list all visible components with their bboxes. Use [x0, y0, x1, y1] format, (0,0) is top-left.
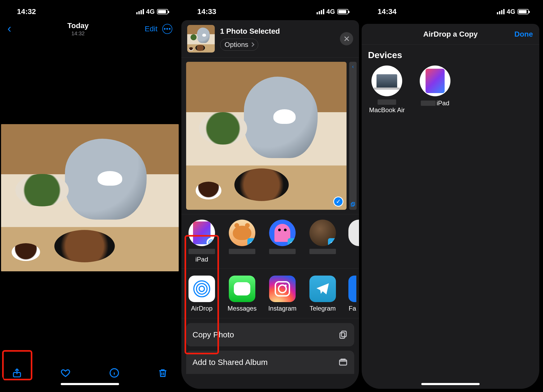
- section-devices: Devices: [362, 45, 539, 66]
- redacted-name: [421, 101, 436, 106]
- status-bar: 14:32 4G: [1, 1, 179, 20]
- action-add-shared-album[interactable]: Add to Shared Album: [186, 351, 354, 374]
- messages-icon: [229, 276, 255, 302]
- selected-thumbnail[interactable]: [187, 25, 215, 53]
- sheet-title: AirDrop a Copy: [423, 30, 478, 38]
- network-type: 4G: [146, 8, 155, 15]
- avatar: [309, 220, 336, 246]
- copy-icon: [338, 330, 348, 339]
- svg-rect-3: [352, 202, 355, 206]
- signal-icon: [497, 9, 505, 14]
- app-instagram[interactable]: Instagram: [268, 276, 297, 312]
- photo-large-preview[interactable]: ✓: [186, 62, 347, 210]
- ipad-avatar: [189, 220, 215, 246]
- action-label: Add to Shared Album: [192, 358, 268, 367]
- share-sheet: 1 Photo Selected Options ✕ ✓ ‹: [181, 20, 359, 389]
- facebook-icon: [348, 276, 356, 302]
- status-time: 14:32: [17, 7, 36, 16]
- airdrop-sheet: AirDrop a Copy Done Devices MacBook Air …: [362, 24, 539, 389]
- redacted-name: [309, 249, 336, 254]
- status-time: 14:34: [378, 7, 397, 16]
- more-button[interactable]: •••: [162, 24, 172, 34]
- favorite-button[interactable]: [59, 367, 72, 379]
- ipad-icon: [420, 66, 450, 96]
- avatar: [229, 220, 255, 246]
- nav-bar: ‹ Today 14:32 Edit •••: [1, 20, 179, 38]
- device-label: MacBook Air: [369, 106, 405, 114]
- signal-icon: [136, 9, 144, 14]
- redacted-name: [189, 249, 215, 254]
- contact-telegram-1[interactable]: [227, 220, 257, 263]
- options-label: Options: [225, 41, 248, 49]
- avatar: [348, 220, 359, 246]
- telegram-icon: [309, 276, 336, 302]
- battery-icon: [518, 9, 529, 14]
- status-time: 14:33: [197, 7, 216, 16]
- contact-ipad[interactable]: iPad: [187, 220, 216, 263]
- action-copy-photo[interactable]: Copy Photo: [186, 323, 354, 346]
- redacted-name: [229, 249, 255, 254]
- home-indicator[interactable]: [61, 383, 119, 385]
- share-apps-row: AirDrop Messages Instagram Telegram Fa: [181, 269, 359, 318]
- airdrop-icon: [189, 276, 215, 302]
- selected-check-icon: ✓: [333, 197, 343, 207]
- share-contacts-row: iPad: [181, 214, 359, 269]
- info-button[interactable]: [108, 367, 121, 379]
- nav-subtitle-text: 14:32: [11, 31, 145, 37]
- network-type: 4G: [326, 8, 335, 15]
- app-telegram[interactable]: Telegram: [308, 276, 337, 312]
- next-photo-sliver[interactable]: ‹: [349, 62, 357, 210]
- app-label: Telegram: [310, 305, 336, 312]
- network-type: 4G: [507, 8, 515, 15]
- contact-telegram-2[interactable]: [268, 220, 297, 263]
- photo-preview[interactable]: [1, 124, 179, 271]
- home-indicator[interactable]: [421, 383, 480, 385]
- svg-rect-4: [340, 333, 345, 338]
- redacted-name: [378, 99, 396, 105]
- app-label: AirDrop: [191, 305, 212, 312]
- svg-rect-2: [351, 203, 354, 206]
- device-macbook-air[interactable]: MacBook Air: [369, 66, 405, 114]
- nav-title: Today 14:32: [11, 21, 145, 37]
- action-label: Copy Photo: [192, 330, 234, 339]
- telegram-badge-icon: [288, 238, 296, 246]
- screen-airdrop-devices: 14:34 4G AirDrop a Copy Done Devices Mac…: [362, 1, 539, 389]
- contact-more[interactable]: [348, 220, 359, 263]
- share-button[interactable]: [11, 367, 23, 379]
- contact-telegram-3[interactable]: [308, 220, 337, 263]
- album-icon: [338, 358, 348, 367]
- selection-title: 1 Photo Selected: [220, 27, 335, 36]
- macbook-icon: [371, 66, 402, 96]
- battery-icon: [157, 9, 168, 14]
- options-button[interactable]: Options: [220, 39, 258, 51]
- screen-photos-viewer: 14:32 4G ‹ Today 14:32 Edit •••: [1, 1, 179, 389]
- telegram-badge-icon: [328, 238, 336, 246]
- avatar: [269, 220, 296, 246]
- nav-title-text: Today: [11, 21, 145, 30]
- app-label: Fa: [349, 305, 356, 312]
- close-button[interactable]: ✕: [340, 32, 353, 45]
- screen-share-sheet: 14:33 4G 1 Photo Selected Options: [181, 1, 359, 389]
- status-bar: 14:33 4G: [181, 1, 359, 20]
- app-messages[interactable]: Messages: [227, 276, 257, 312]
- delete-button[interactable]: [156, 367, 169, 379]
- device-label: iPad: [437, 99, 449, 107]
- svg-rect-5: [341, 331, 346, 337]
- back-button[interactable]: ‹: [7, 22, 11, 35]
- done-button[interactable]: Done: [514, 30, 533, 38]
- chevron-right-icon: [250, 42, 254, 47]
- device-ipad[interactable]: iPad: [420, 66, 450, 114]
- app-label: Instagram: [268, 305, 297, 312]
- app-airdrop[interactable]: AirDrop: [187, 276, 216, 312]
- app-label: Messages: [227, 305, 256, 312]
- instagram-icon: [269, 276, 296, 302]
- app-facebook[interactable]: Fa: [348, 276, 356, 312]
- status-bar: 14:34 4G: [362, 1, 539, 20]
- telegram-badge-icon: [247, 238, 255, 246]
- airdrop-badge-icon: [207, 238, 215, 246]
- battery-icon: [337, 9, 348, 14]
- contact-label: iPad: [195, 256, 208, 263]
- signal-icon: [317, 9, 324, 14]
- edit-button[interactable]: Edit: [145, 25, 157, 33]
- redacted-name: [269, 249, 296, 254]
